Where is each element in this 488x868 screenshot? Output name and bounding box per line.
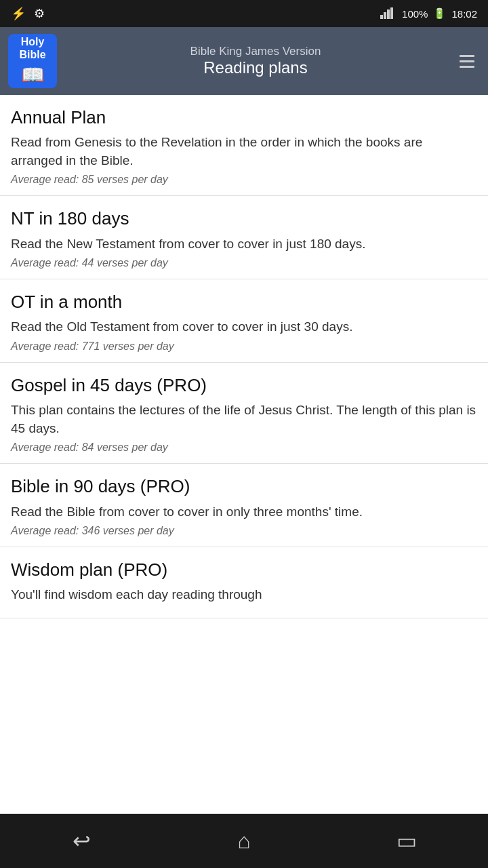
- svg-rect-2: [387, 9, 390, 19]
- plan-description: Read the Old Testament from cover to cov…: [11, 318, 477, 336]
- battery-icon: 🔋: [433, 7, 446, 20]
- plan-average: Average read: 346 verses per day: [11, 525, 477, 537]
- plan-description: You'll find wisdom each day reading thro…: [11, 586, 477, 604]
- svg-rect-0: [380, 15, 383, 19]
- clock: 18:02: [451, 8, 477, 20]
- reading-plans-list: Annual PlanRead from Genesis to the Reve…: [0, 95, 488, 814]
- status-icons: ⚡ ⚙: [11, 6, 45, 21]
- plan-average: Average read: 84 verses per day: [11, 441, 477, 454]
- back-icon: ↩: [73, 828, 91, 854]
- app-subtitle: Bible King James Version: [190, 45, 321, 58]
- recents-button[interactable]: ▭: [380, 821, 434, 861]
- overflow-menu-button[interactable]: [454, 50, 480, 73]
- status-bar: ⚡ ⚙ 100% 🔋 18:02: [0, 0, 488, 27]
- svg-rect-3: [390, 7, 393, 19]
- plan-average: Average read: 85 verses per day: [11, 174, 477, 186]
- plan-description: This plan contains the lectures of the l…: [11, 401, 477, 437]
- usb-icon: ⚡: [11, 6, 26, 21]
- plan-item[interactable]: Gospel in 45 days (PRO)This plan contain…: [0, 363, 488, 464]
- signal-icon: [380, 7, 396, 21]
- plan-average: Average read: 44 verses per day: [11, 257, 477, 269]
- app-bar: Holy Bible 📖 Bible King James Version Re…: [0, 27, 488, 95]
- back-button[interactable]: ↩: [54, 821, 108, 861]
- plan-name: Annual Plan: [11, 107, 477, 128]
- app-icon-line2: Bible: [19, 48, 45, 61]
- plan-item[interactable]: OT in a monthRead the Old Testament from…: [0, 279, 488, 363]
- app-icon[interactable]: Holy Bible 📖: [8, 34, 57, 88]
- plan-item[interactable]: Wisdom plan (PRO)You'll find wisdom each…: [0, 547, 488, 618]
- plan-name: OT in a month: [11, 292, 477, 313]
- book-icon: 📖: [21, 64, 45, 87]
- plan-name: Wisdom plan (PRO): [11, 559, 477, 580]
- plan-description: Read the Bible from cover to cover in on…: [11, 503, 477, 521]
- plan-item[interactable]: NT in 180 daysRead the New Testament fro…: [0, 196, 488, 279]
- plan-name: Gospel in 45 days (PRO): [11, 375, 477, 396]
- plan-name: Bible in 90 days (PRO): [11, 476, 477, 497]
- home-icon: ⌂: [237, 829, 250, 854]
- home-button[interactable]: ⌂: [217, 821, 271, 861]
- android-icon: ⚙: [34, 6, 45, 21]
- plan-average: Average read: 771 verses per day: [11, 340, 477, 353]
- plan-item[interactable]: Annual PlanRead from Genesis to the Reve…: [0, 95, 488, 196]
- app-main-title: Reading plans: [203, 58, 307, 77]
- recents-icon: ▭: [396, 828, 417, 854]
- plan-description: Read from Genesis to the Revelation in t…: [11, 134, 477, 170]
- status-right: 100% 🔋 18:02: [380, 7, 477, 21]
- app-icon-line1: Holy: [21, 35, 45, 48]
- plan-name: NT in 180 days: [11, 208, 477, 229]
- bottom-nav: ↩ ⌂ ▭: [0, 814, 488, 868]
- battery-percent: 100%: [402, 8, 428, 20]
- svg-rect-1: [384, 12, 386, 19]
- app-title-group: Bible King James Version Reading plans: [68, 45, 443, 77]
- plan-description: Read the New Testament from cover to cov…: [11, 235, 477, 254]
- plan-item[interactable]: Bible in 90 days (PRO)Read the Bible fro…: [0, 464, 488, 547]
